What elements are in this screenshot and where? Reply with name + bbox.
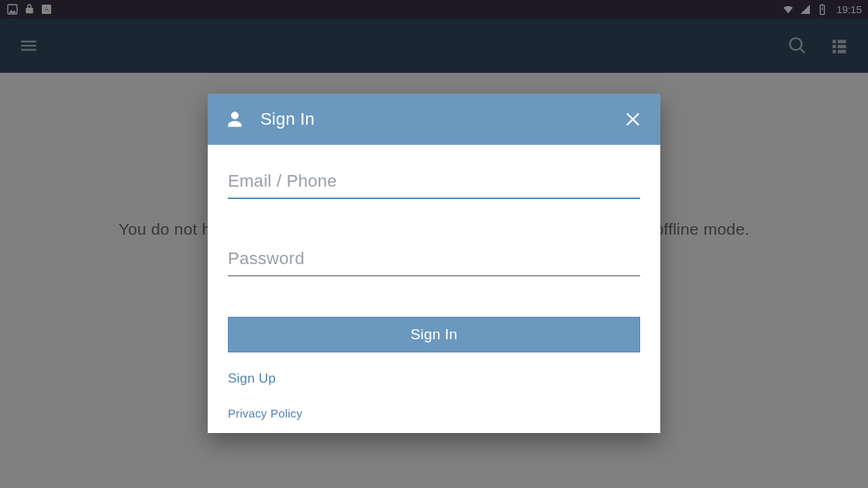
email-field-wrapper xyxy=(228,167,640,199)
person-icon xyxy=(225,109,245,129)
privacy-policy-link[interactable]: Privacy Policy xyxy=(228,407,640,420)
dialog-body: Sign In Sign Up Privacy Policy xyxy=(208,145,660,420)
password-field[interactable] xyxy=(228,244,640,277)
signin-dialog: Sign In Sign In Sign Up Privacy Policy xyxy=(208,94,660,433)
password-field-wrapper xyxy=(228,244,640,277)
close-icon[interactable] xyxy=(623,109,643,129)
dialog-header: Sign In xyxy=(208,94,660,145)
email-field[interactable] xyxy=(228,167,640,199)
signup-link[interactable]: Sign Up xyxy=(228,371,640,387)
signin-button[interactable]: Sign In xyxy=(228,317,640,352)
dialog-title: Sign In xyxy=(260,109,608,129)
